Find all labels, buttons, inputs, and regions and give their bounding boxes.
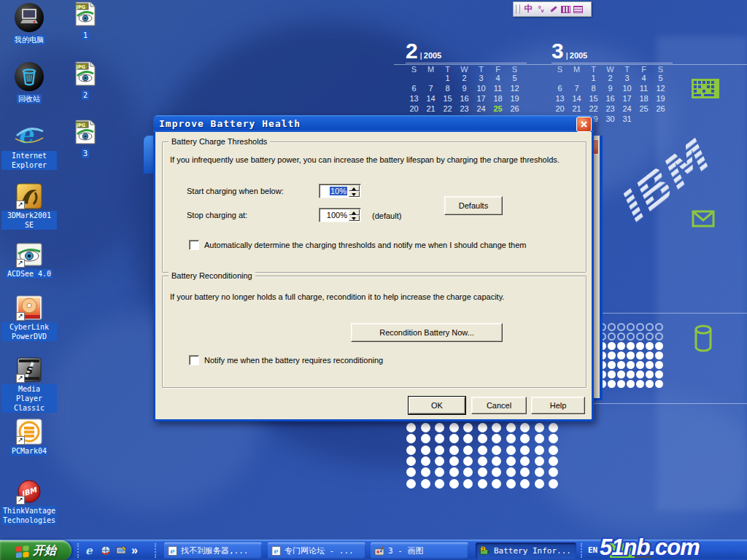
cyberlink-powerdvd-icon: ↗	[16, 289, 42, 321]
show-desktop-icon[interactable]	[115, 544, 128, 557]
notify-reconditioning-checkbox[interactable]	[189, 355, 199, 365]
dialog-titlebar[interactable]: Improve Battery Health	[153, 115, 594, 132]
calendar-weekday-row: SMTWTFS	[551, 63, 673, 74]
calendar-month-number: 3	[551, 39, 564, 63]
calendar-day-cell: 10	[473, 84, 489, 94]
calendar-day-cell: 10	[619, 84, 635, 94]
calendar-day-cell	[406, 74, 422, 84]
calendar-weekday: T	[619, 65, 635, 74]
desktop-icon-jpg-2[interactable]: JPG 2	[69, 61, 101, 100]
calendar-day-cell: 9	[456, 84, 473, 94]
calendar-day-cell: 23	[602, 104, 619, 114]
ime-menu-icon[interactable]	[572, 4, 584, 15]
close-button[interactable]	[576, 117, 592, 132]
calendar-day-cell: 24	[473, 104, 489, 114]
pen-icon[interactable]	[547, 4, 560, 15]
calendar-week-row: 13141516171819	[406, 94, 527, 104]
taskbar-task-2[interactable]: e专门网论坛 - ...	[268, 542, 365, 559]
taskbar-task-4[interactable]: Battery Infor...	[476, 542, 576, 559]
desktop-icon-3dmark2001-se[interactable]: ↗3DMark2001 SE	[1, 177, 57, 230]
calendar-day-cell: 11	[489, 84, 506, 94]
start-charging-spinbox[interactable]: 10%	[319, 184, 361, 198]
start-charging-value[interactable]: 10%	[330, 187, 347, 195]
svg-text:e: e	[274, 547, 279, 555]
cancel-button[interactable]: Cancel	[471, 397, 527, 414]
ie-quick-launch-icon[interactable]: e	[83, 544, 96, 557]
calendar-weekday: F	[635, 65, 652, 74]
desktop-icon-jpg-1[interactable]: JPG 1	[69, 1, 101, 40]
desktop-icon-jpg-3[interactable]: JPG 3	[69, 120, 101, 158]
auto-determine-label[interactable]: Automatically determine the charging thr…	[204, 241, 526, 249]
ime-language-bar[interactable]: 中 °ᵥ	[513, 1, 592, 17]
desktop-icon-acdsee-40[interactable]: ↗ACDSee 4.0	[1, 236, 57, 279]
calendar-day-cell: 25	[635, 104, 652, 114]
desktop-icon-internet-explorer[interactable]: eInternet Explorer	[1, 117, 57, 170]
taskbar-task-1[interactable]: e找不到服务器,...	[164, 542, 262, 559]
soft-keyboard-icon[interactable]	[560, 4, 572, 15]
calendar-week-row: 20212223242526	[406, 104, 527, 114]
calendar-month-number: 2	[406, 39, 418, 63]
recondition-description: If your battery no longer holds a full c…	[170, 292, 504, 301]
taskbar-task-3[interactable]: 3 - 画图	[371, 542, 468, 559]
spin-up-button[interactable]	[349, 185, 360, 191]
calendar-day-cell: 7	[568, 84, 585, 94]
calendar-day-cell: 19	[506, 94, 523, 104]
recycle-bin-icon	[13, 61, 45, 93]
stop-charging-spinbox[interactable]: 100%	[319, 208, 361, 222]
help-button[interactable]: Help	[531, 397, 585, 414]
calendar-day-cell: 19	[652, 94, 669, 104]
calendar-header: 22005	[406, 41, 527, 63]
calendar-day-cell	[422, 74, 439, 84]
chinese-mode-icon[interactable]: 中	[522, 4, 535, 15]
calendar-day-cell: 14	[422, 94, 439, 104]
stop-charging-value[interactable]: 100%	[327, 211, 347, 219]
calendar-weekday: W	[456, 65, 473, 74]
desktop-icon-pcmark04[interactable]: ↗PCMark04	[1, 413, 57, 456]
calendar-year: 2005	[566, 51, 588, 60]
desktop-icon-recycle-bin[interactable]: 回收站	[1, 61, 57, 104]
calendar-day-cell: 12	[652, 84, 669, 94]
spin-down-button[interactable]	[349, 215, 360, 221]
desktop-icon-thinkvantage-technologies[interactable]: IBM↗ThinkVantage Technologies	[1, 472, 57, 525]
desktop-icon-media-player-classic[interactable]: S↗Media Player Classic	[1, 351, 57, 413]
battery-reconditioning-group: Battery Reconditioning If your battery n…	[162, 276, 587, 388]
shortcut-arrow-icon: ↗	[16, 374, 25, 383]
shortcut-arrow-icon: ↗	[16, 259, 25, 268]
desktop-icon-label: 回收站	[17, 94, 42, 104]
svg-text:JPG: JPG	[76, 4, 86, 10]
ime-grip[interactable]	[516, 4, 520, 14]
desktop-icon-my-computer[interactable]: 我的电脑	[1, 1, 57, 44]
desktop-icon-cyberlink-powerdvd[interactable]: ↗CyberLink PowerDVD	[1, 289, 57, 341]
ok-button[interactable]: OK	[409, 397, 465, 414]
calendar-day-cell: 26	[506, 104, 523, 114]
notify-reconditioning-label[interactable]: Notify me when the battery requires reco…	[204, 356, 383, 365]
language-indicator[interactable]: EN	[588, 545, 597, 555]
recondition-battery-now-button[interactable]: Recondition Battery Now...	[351, 323, 503, 342]
svg-text:e: e	[170, 547, 175, 555]
media-player-classic-icon: S↗	[16, 351, 42, 383]
close-icon	[580, 120, 588, 128]
calendar-day-cell: 25	[489, 104, 506, 114]
spin-up-button[interactable]	[349, 209, 360, 215]
calendar-day-cell	[568, 74, 585, 84]
browser-globe-quick-launch-icon[interactable]	[99, 544, 112, 557]
desktop-icon-label: ThinkVantage Technologies	[1, 506, 57, 525]
start-button[interactable]: 开始	[0, 540, 71, 560]
calendar-day-cell: 5	[506, 74, 523, 84]
task-label: 找不到服务器,...	[181, 545, 249, 556]
calendar-day-cell	[551, 74, 568, 84]
my-computer-icon	[13, 1, 45, 34]
calendar-day-cell	[635, 114, 652, 125]
calendar-day-cell: 13	[406, 94, 422, 104]
quick-launch-chevron[interactable]: »	[131, 544, 138, 557]
background-window-left-edge	[144, 136, 153, 174]
spin-down-button[interactable]	[349, 191, 360, 197]
calendar-weekday: S	[551, 65, 568, 74]
calendar-day-cell: 16	[602, 94, 619, 104]
calendar-day-cell: 4	[635, 74, 652, 84]
calendar-day-cell: 6	[551, 84, 568, 94]
input-style-icon[interactable]: °ᵥ	[535, 4, 547, 15]
defaults-button[interactable]: Defaults	[444, 196, 503, 215]
pcmark04-icon: ↗	[16, 413, 42, 445]
auto-determine-checkbox[interactable]	[189, 240, 199, 250]
